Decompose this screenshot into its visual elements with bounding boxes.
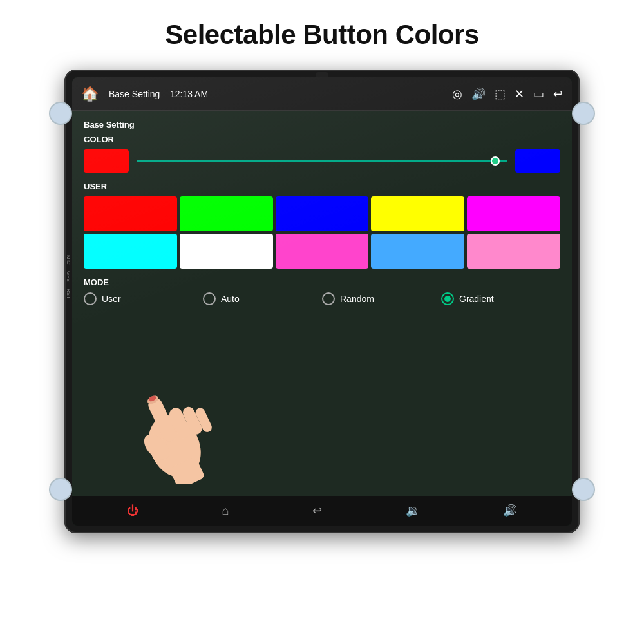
mode-options: User Auto Random Gradient — [84, 292, 560, 305]
slider-container[interactable] — [137, 149, 507, 173]
home-icon[interactable]: 🏠 — [81, 86, 99, 102]
slider-track — [137, 160, 507, 162]
nav-bar: 🏠 Base Setting 12:13 AM ◎ 🔊 ⬚ ✕ ▭ ↩ — [72, 77, 572, 111]
mode-gradient[interactable]: Gradient — [441, 292, 560, 305]
user-color-10[interactable] — [467, 234, 560, 269]
user-color-5[interactable] — [467, 196, 560, 231]
vol-down-icon[interactable]: 🔉 — [406, 504, 420, 518]
mode-section: MODE User Auto Random — [84, 278, 560, 305]
user-color-8[interactable] — [276, 234, 369, 269]
user-color-2[interactable] — [180, 196, 273, 231]
mount-hole-top-right — [572, 102, 595, 125]
radio-random[interactable] — [322, 292, 335, 305]
user-color-6[interactable] — [84, 234, 177, 269]
screen: 🏠 Base Setting 12:13 AM ◎ 🔊 ⬚ ✕ ▭ ↩ — [72, 77, 572, 526]
home-bottom-icon[interactable]: ⌂ — [222, 504, 229, 518]
mode-gradient-label: Gradient — [459, 294, 494, 304]
mode-user-label: User — [102, 294, 121, 304]
page-title: Selectable Button Colors — [165, 19, 478, 50]
window-icon[interactable]: ▭ — [533, 87, 544, 101]
camera-icon[interactable]: ⬚ — [495, 87, 506, 101]
radio-auto[interactable] — [203, 292, 216, 305]
user-color-4[interactable] — [371, 196, 464, 231]
color-section: COLOR — [84, 135, 560, 173]
nav-title: Base Setting 12:13 AM — [109, 89, 446, 99]
color-row — [84, 149, 560, 173]
user-section: USER — [84, 182, 560, 269]
close-icon[interactable]: ✕ — [515, 87, 524, 101]
radio-user[interactable] — [84, 292, 97, 305]
base-setting-header: Base Setting — [84, 120, 560, 129]
user-color-3[interactable] — [276, 196, 369, 231]
mode-random-label: Random — [340, 294, 374, 304]
back-bottom-icon[interactable]: ↩ — [312, 504, 322, 518]
nav-icons: ◎ 🔊 ⬚ ✕ ▭ ↩ — [452, 87, 563, 101]
color-label: COLOR — [84, 135, 560, 144]
back-icon[interactable]: ↩ — [553, 87, 563, 101]
power-icon[interactable]: ⏻ — [127, 504, 138, 518]
color-grid — [84, 196, 560, 269]
device-frame: MIC GPS RST 🏠 Base Setting 12:13 AM ◎ 🔊 — [64, 70, 580, 533]
mount-hole-bottom-right — [572, 478, 595, 501]
user-color-9[interactable] — [371, 234, 464, 269]
mode-random[interactable]: Random — [322, 292, 441, 305]
camera-notch — [316, 72, 328, 77]
vol-up-icon[interactable]: 🔊 — [503, 504, 517, 518]
mount-hole-bottom-left — [49, 478, 72, 501]
mode-auto[interactable]: Auto — [203, 292, 322, 305]
volume-icon[interactable]: 🔊 — [471, 87, 486, 101]
mode-user[interactable]: User — [84, 292, 203, 305]
location-icon[interactable]: ◎ — [452, 87, 462, 101]
mode-auto-label: Auto — [221, 294, 240, 304]
main-content: Base Setting COLOR — [72, 111, 572, 496]
bottom-bar: ⏻ ⌂ ↩ 🔉 🔊 — [72, 496, 572, 526]
user-label: USER — [84, 182, 560, 191]
mount-hole-top-left — [49, 102, 72, 125]
color-swatch-right[interactable] — [515, 149, 560, 173]
user-color-1[interactable] — [84, 196, 177, 231]
radio-gradient[interactable] — [441, 292, 454, 305]
user-color-7[interactable] — [180, 234, 273, 269]
mode-label: MODE — [84, 278, 560, 287]
device-wrapper: MIC GPS RST 🏠 Base Setting 12:13 AM ◎ 🔊 — [58, 70, 586, 533]
color-swatch-left[interactable] — [84, 149, 129, 173]
slider-thumb — [491, 156, 500, 166]
